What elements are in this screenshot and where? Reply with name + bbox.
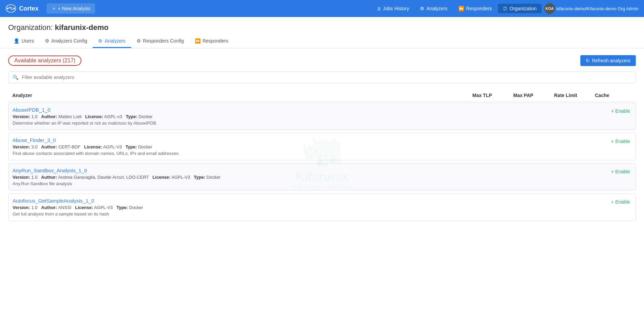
tab-users[interactable]: 👤 Users xyxy=(8,35,40,48)
analyzer-name[interactable]: AbuseIPDB_1_0 xyxy=(13,107,611,113)
analyzer-name[interactable]: Autofocus_GetSampleAnalysis_1_0 xyxy=(13,198,611,204)
organization-nav-icon: 🗋 xyxy=(503,6,507,11)
organization-nav-label: Organization xyxy=(509,6,536,11)
user-info: kifarunix-demo/Kifarunix-demo Org Admin xyxy=(556,6,639,11)
analyzer-description: Any.Run Sandbox file analysis xyxy=(13,181,611,186)
org-name: kifarunix-demo xyxy=(55,23,109,32)
cortex-logo-icon xyxy=(5,3,16,14)
section-header: Available analyzers (217) ↻ Refresh anal… xyxy=(8,55,636,66)
header-rate-limit: Rate Limit xyxy=(554,93,595,98)
analyzer-actions: + Enable xyxy=(611,198,630,217)
tab-responders-config[interactable]: ⚙ Responders Config xyxy=(131,35,189,48)
analyzer-description: Find abuse contacts associated with doma… xyxy=(13,151,611,156)
users-tab-icon: 👤 xyxy=(14,38,19,44)
user-initials: KOA xyxy=(545,6,553,11)
table-header: Analyzer Max TLP Max PAP Rate Limit Cach… xyxy=(8,90,636,101)
tab-bar: 👤 Users ⚙ Analyzers Config ⚙ Analyzers ⚙… xyxy=(0,35,644,48)
tab-responders[interactable]: ⏩ Responders xyxy=(189,35,234,48)
page-header: Organization: kifarunix-demo xyxy=(0,17,644,32)
analyzer-meta: Version: 3.0 Author: CERT-BDF License: A… xyxy=(13,144,611,149)
jobs-history-label: Jobs History xyxy=(383,6,409,11)
analyzer-row: Abuse_Finder_3_0 Version: 3.0 Author: CE… xyxy=(8,133,636,160)
analyzer-list: AbuseIPDB_1_0 Version: 1.0 Author: Matte… xyxy=(8,102,636,221)
refresh-analyzers-button[interactable]: ↻ Refresh analyzers xyxy=(580,55,636,66)
responders-nav-icon: ⏩ xyxy=(458,6,464,11)
header-max-pap: Max PAP xyxy=(513,93,554,98)
tab-analyzers[interactable]: ⚙ Analyzers xyxy=(93,35,131,48)
analyzer-info: AbuseIPDB_1_0 Version: 1.0 Author: Matte… xyxy=(13,107,611,126)
jobs-history-icon: ⧖ xyxy=(377,6,381,12)
analyzer-meta: Version: 1.0 Author: Matteo Lodi License… xyxy=(13,114,611,119)
analyzers-config-tab-icon: ⚙ xyxy=(45,38,49,44)
enable-button[interactable]: + Enable xyxy=(611,168,630,174)
brand-name: Cortex xyxy=(19,5,38,12)
analyzers-tab-label: Analyzers xyxy=(105,38,125,44)
search-container: 🔍 xyxy=(8,71,636,83)
main-content: Available analyzers (217) ↻ Refresh anal… xyxy=(0,48,644,230)
analyzers-nav-icon: ⚙ xyxy=(420,6,424,11)
header-cache: Cache xyxy=(595,93,636,98)
analyzer-row: AbuseIPDB_1_0 Version: 1.0 Author: Matte… xyxy=(8,102,636,130)
analyzer-name[interactable]: AnyRun_Sandbox_Analysis_1_0 xyxy=(13,168,611,173)
analyzers-nav-label: Analyzers xyxy=(426,6,447,11)
user-avatar[interactable]: KOA xyxy=(544,3,555,14)
responders-config-tab-label: Responders Config xyxy=(143,38,184,44)
header-analyzer: Analyzer xyxy=(12,93,472,98)
analyzers-tab-icon: ⚙ xyxy=(98,38,103,44)
analyzer-meta: Version: 1.0 Author: ANSSI License: AGPL… xyxy=(13,205,611,210)
analyzer-actions: + Enable xyxy=(611,137,630,156)
users-tab-label: Users xyxy=(21,38,34,44)
analyzer-description: Determine whether an IP was reported or … xyxy=(13,121,611,126)
analyzer-actions: + Enable xyxy=(611,107,630,126)
refresh-icon: ↻ xyxy=(586,58,590,63)
svg-point-2 xyxy=(13,8,15,10)
analyzer-row: Autofocus_GetSampleAnalysis_1_0 Version:… xyxy=(8,193,636,221)
analyzer-info: Autofocus_GetSampleAnalysis_1_0 Version:… xyxy=(13,198,611,217)
responders-tab-label: Responders xyxy=(203,38,229,44)
page-title-prefix: Organization: xyxy=(8,23,55,32)
responders-nav-label: Responders xyxy=(466,6,492,11)
analyzer-meta: Version: 1.0 Author: Andrea Garavaglia, … xyxy=(13,175,611,180)
analyzer-row: AnyRun_Sandbox_Analysis_1_0 Version: 1.0… xyxy=(8,163,636,191)
responders-link[interactable]: ⏩ Responders xyxy=(454,4,497,13)
new-analysis-button[interactable]: ＋ + New Analysis xyxy=(47,3,95,14)
plus-icon: ＋ xyxy=(51,5,56,12)
search-icon: 🔍 xyxy=(13,75,18,80)
enable-button[interactable]: + Enable xyxy=(611,198,630,205)
header-max-tlp: Max TLP xyxy=(472,93,513,98)
analyzer-actions: + Enable xyxy=(611,168,630,186)
enable-button[interactable]: + Enable xyxy=(611,137,630,144)
enable-button[interactable]: + Enable xyxy=(611,107,630,114)
available-analyzers-badge: Available analyzers (217) xyxy=(8,55,81,66)
analyzer-info: Abuse_Finder_3_0 Version: 3.0 Author: CE… xyxy=(13,137,611,156)
navbar-right: ⧖ Jobs History ⚙ Analyzers ⏩ Responders … xyxy=(373,3,639,14)
refresh-label: Refresh analyzers xyxy=(592,58,630,63)
tab-analyzers-config[interactable]: ⚙ Analyzers Config xyxy=(40,35,93,48)
navbar: Cortex ＋ + New Analysis ⧖ Jobs History ⚙… xyxy=(0,0,644,17)
responders-tab-icon: ⏩ xyxy=(195,38,201,44)
page-container: Organization: kifarunix-demo 👤 Users ⚙ A… xyxy=(0,17,644,319)
new-analysis-label: + New Analysis xyxy=(58,6,90,11)
analyzers-link[interactable]: ⚙ Analyzers xyxy=(415,4,452,13)
analyzer-description: Get full analysis from a sample based on… xyxy=(13,211,611,217)
analyzer-info: AnyRun_Sandbox_Analysis_1_0 Version: 1.0… xyxy=(13,168,611,186)
brand-logo[interactable]: Cortex xyxy=(5,3,38,14)
organization-link[interactable]: 🗋 Organization xyxy=(498,4,541,13)
analyzers-config-tab-label: Analyzers Config xyxy=(51,38,88,44)
svg-point-1 xyxy=(7,8,9,10)
search-input[interactable] xyxy=(22,75,631,80)
jobs-history-link[interactable]: ⧖ Jobs History xyxy=(373,4,414,14)
analyzer-name[interactable]: Abuse_Finder_3_0 xyxy=(13,137,611,143)
responders-config-tab-icon: ⚙ xyxy=(137,38,141,44)
